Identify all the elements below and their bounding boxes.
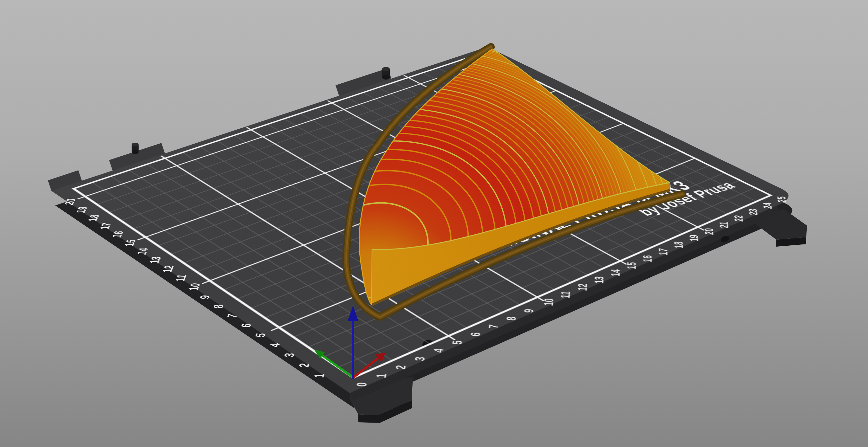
slicer-3d-viewport[interactable]: 0123456789101112131415161718192021222324… <box>0 0 868 447</box>
z-axis-arrow <box>348 306 359 379</box>
y-axis-arrow <box>314 349 353 378</box>
x-axis-arrow <box>353 353 385 378</box>
origin-axes <box>0 0 868 447</box>
